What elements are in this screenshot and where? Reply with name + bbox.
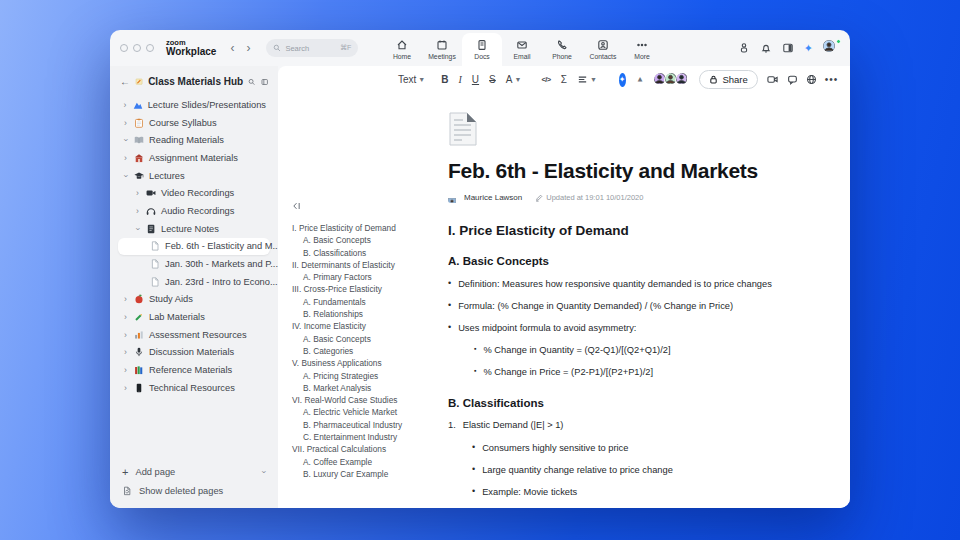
video-icon[interactable] xyxy=(766,74,779,85)
window-zoom-button[interactable] xyxy=(146,44,154,52)
sidebar-item-assessment-resources[interactable]: › Assessment Resources xyxy=(118,326,270,344)
chevron-right-icon[interactable]: › xyxy=(122,294,129,304)
numbered-item[interactable]: 1.Elastic Demand (|E| > 1) xyxy=(448,420,820,431)
sidebar-item-reading-materials[interactable]: › Reading Materials xyxy=(118,131,270,149)
chevron-right-icon[interactable]: › xyxy=(122,118,129,128)
outline-item[interactable]: VII. Practical Calculations xyxy=(292,445,426,453)
sidebar-item-lecture-notes[interactable]: › Lecture Notes xyxy=(118,220,270,238)
author-name[interactable]: Maurice Lawson xyxy=(464,193,522,202)
tab-docs[interactable]: Docs xyxy=(462,33,502,66)
chevron-down-icon[interactable]: › xyxy=(121,172,131,179)
chevron-right-icon[interactable]: › xyxy=(122,383,129,393)
bullet-item[interactable]: •Large quantity change relative to price… xyxy=(472,465,820,476)
outline-item[interactable]: B. Categories xyxy=(292,347,426,355)
tab-home[interactable]: Home xyxy=(382,33,422,66)
outline-item[interactable]: V. Business Applications xyxy=(292,359,426,367)
window-minimize-button[interactable] xyxy=(133,44,141,52)
collaborator-avatars[interactable] xyxy=(653,72,691,88)
sidebar-item-reference-materials[interactable]: › Reference Materials xyxy=(118,361,270,379)
bullet-item[interactable]: •Formula: (% Change in Quantity Demanded… xyxy=(448,301,820,312)
bell-icon[interactable] xyxy=(760,42,772,54)
chat-icon[interactable] xyxy=(787,74,798,85)
sidebar-panel-icon[interactable] xyxy=(261,77,268,87)
chevron-right-icon[interactable]: › xyxy=(134,206,141,216)
sidebar-page-jan-23[interactable]: Jan. 23rd - Intro to Econo... xyxy=(118,273,270,291)
doc-title[interactable]: Feb. 6th - Elasticity and Markets xyxy=(448,159,820,183)
sidebar-item-lecture-slides[interactable]: › Lecture Slides/Presentations xyxy=(118,96,270,114)
panel-toggle-icon[interactable] xyxy=(782,42,794,54)
contact-card-icon[interactable] xyxy=(738,42,750,54)
back-icon[interactable]: ‹ xyxy=(224,42,240,54)
chevron-right-icon[interactable]: › xyxy=(134,188,141,198)
globe-icon[interactable] xyxy=(806,74,817,85)
sidebar-item-lectures[interactable]: › Lectures xyxy=(118,167,270,185)
collapse-toolbar-icon[interactable]: ▼ xyxy=(636,75,644,84)
sub-bullet-item[interactable]: ▪% Change in Quantity = (Q2-Q1)/[(Q2+Q1)… xyxy=(474,345,820,356)
bold-button[interactable]: B xyxy=(441,74,448,85)
outline-item[interactable]: B. Market Analysis xyxy=(292,384,426,392)
show-deleted-pages-button[interactable]: Show deleted pages xyxy=(122,481,266,500)
outline-item[interactable]: A. Basic Concepts xyxy=(292,236,426,244)
outline-item[interactable]: III. Cross-Price Elasticity xyxy=(292,285,426,293)
sub-bullet-item[interactable]: ▪% Change in Price = (P2-P1)/[(P2+P1)/2] xyxy=(474,367,820,378)
sidebar-search-icon[interactable] xyxy=(248,77,255,87)
outline-item[interactable]: A. Basic Concepts xyxy=(292,335,426,343)
chevron-right-icon[interactable]: › xyxy=(122,312,129,322)
subsection-heading[interactable]: A. Basic Concepts xyxy=(448,255,820,267)
underline-button[interactable]: U xyxy=(472,74,479,85)
italic-button[interactable]: I xyxy=(459,74,462,85)
chevron-right-icon[interactable]: › xyxy=(122,347,129,357)
tab-more[interactable]: More xyxy=(624,33,660,66)
outline-item[interactable]: C. Entertainment Industry xyxy=(292,433,426,441)
sidebar-item-course-syllabus[interactable]: › Course Syllabus xyxy=(118,114,270,132)
doc-content[interactable]: Feb. 6th - Elasticity and Markets Mauric… xyxy=(430,93,850,508)
ai-sparkle-icon[interactable]: ✦ xyxy=(804,43,813,54)
add-page-button[interactable]: + Add page › xyxy=(122,462,266,481)
outline-item[interactable]: B. Classifications xyxy=(292,249,426,257)
chevron-right-icon[interactable]: › xyxy=(122,330,129,340)
chevron-right-icon[interactable]: › xyxy=(122,100,128,110)
user-avatar[interactable] xyxy=(823,40,840,57)
outline-item[interactable]: B. Relationships xyxy=(292,310,426,318)
search-input[interactable]: Search ⌘F xyxy=(266,39,358,57)
sidebar-item-assignment-materials[interactable]: › Assignment Materials xyxy=(118,149,270,167)
tab-phone[interactable]: Phone xyxy=(542,33,582,66)
subsection-heading[interactable]: B. Classifications xyxy=(448,397,820,409)
text-style-dropdown[interactable]: Text▼ xyxy=(398,75,425,85)
bullet-item[interactable]: •Consumers highly sensitive to price xyxy=(472,443,820,454)
tab-email[interactable]: Email xyxy=(502,33,542,66)
outline-item[interactable]: IV. Income Elasticity xyxy=(292,322,426,330)
outline-item[interactable]: A. Fundamentals xyxy=(292,298,426,306)
sidebar-item-discussion-materials[interactable]: › Discussion Materials xyxy=(118,344,270,362)
bullet-item[interactable]: •Uses midpoint formula to avoid asymmetr… xyxy=(448,323,820,334)
strikethrough-button[interactable]: S xyxy=(489,74,496,85)
section-heading[interactable]: I. Price Elasticity of Demand xyxy=(448,223,820,238)
outline-item[interactable]: VI. Real-World Case Studies xyxy=(292,396,426,404)
tab-meetings[interactable]: Meetings xyxy=(422,33,462,66)
list-format-button[interactable]: ▼ xyxy=(577,74,597,85)
formula-button[interactable]: Σ xyxy=(561,74,567,85)
sidebar-item-audio-recordings[interactable]: › Audio Recordings xyxy=(118,202,270,220)
bullet-item[interactable]: •Definition: Measures how responsive qua… xyxy=(448,279,820,290)
outline-item[interactable]: A. Primary Factors xyxy=(292,273,426,281)
outline-item[interactable]: B. Pharmaceutical Industry xyxy=(292,421,426,429)
chevron-right-icon[interactable]: › xyxy=(122,365,129,375)
outline-item[interactable]: A. Electric Vehicle Market xyxy=(292,408,426,416)
more-options-icon[interactable]: ••• xyxy=(825,74,839,85)
chevron-right-icon[interactable]: › xyxy=(122,153,129,163)
sidebar-item-video-recordings[interactable]: › Video Recordings xyxy=(118,184,270,202)
sidebar-item-technical-resources[interactable]: › Technical Resources xyxy=(118,379,270,397)
tab-contacts[interactable]: Contacts xyxy=(582,33,624,66)
ai-companion-button[interactable]: ✦ xyxy=(619,73,626,87)
text-color-button[interactable]: A▼ xyxy=(506,75,522,85)
chevron-down-icon[interactable]: › xyxy=(260,470,270,473)
outline-item[interactable]: I. Price Elasticity of Demand xyxy=(292,224,426,232)
collapse-outline-button[interactable] xyxy=(292,197,426,215)
sidebar-back-icon[interactable]: ← xyxy=(120,76,130,87)
outline-item[interactable]: A. Coffee Example xyxy=(292,458,426,466)
sidebar-page-jan-30[interactable]: Jan. 30th - Markets and P... xyxy=(118,255,270,273)
outline-item[interactable]: A. Pricing Strategies xyxy=(292,372,426,380)
outline-item[interactable]: B. Luxury Car Example xyxy=(292,470,426,478)
window-close-button[interactable] xyxy=(120,44,128,52)
sidebar-item-study-aids[interactable]: › Study Aids xyxy=(118,291,270,309)
